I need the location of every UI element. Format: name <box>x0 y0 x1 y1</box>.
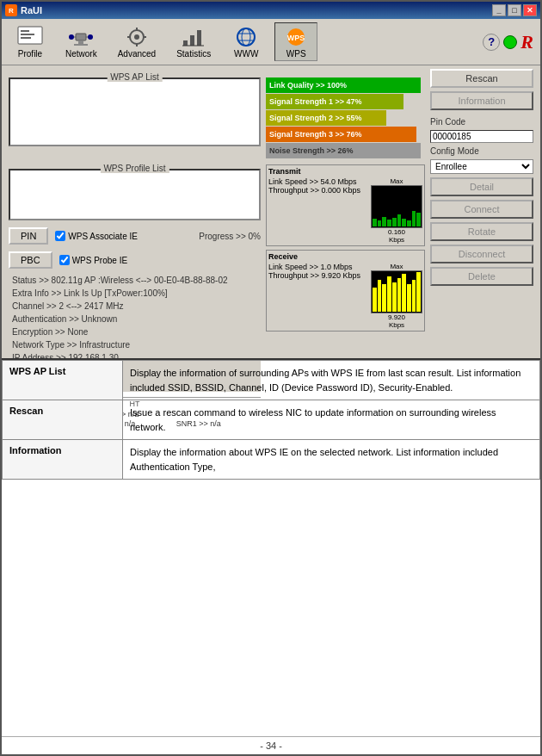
receive-chart <box>371 270 422 313</box>
svg-rect-3 <box>21 37 31 39</box>
val-cell-wps-ap-list: Display the information of surrounding A… <box>123 361 540 400</box>
statistics-icon <box>180 25 207 49</box>
information-button[interactable]: Information <box>430 91 533 110</box>
transmit-info: Link Speed >> 54.0 Mbps Throughput >> 0.… <box>268 177 367 195</box>
signal-noise: Noise Strength >> 26% <box>266 143 421 158</box>
signal-link-quality: Link Quality >> 100% <box>266 77 421 93</box>
svg-rect-4 <box>76 34 86 40</box>
receive-chart-area: Max <box>371 263 422 329</box>
status-line3: Channel >> 2 <--> 2417 MHz <box>12 300 257 313</box>
receive-max-label: Max <box>390 263 403 270</box>
right-panel: Rescan Information Pin Code Config Mode … <box>430 69 533 355</box>
svg-rect-6 <box>74 44 88 46</box>
receive-max-unit: Kbps <box>389 321 404 329</box>
disconnect-button[interactable]: Disconnect <box>430 245 533 263</box>
pbc-button[interactable]: PBC <box>9 251 52 269</box>
rescan-button[interactable]: Rescan <box>430 69 533 88</box>
network-icon <box>67 25 95 49</box>
svg-point-8 <box>88 34 93 40</box>
table-row: WPS AP List Display the information of s… <box>3 361 540 400</box>
wps-ap-list-box[interactable]: WPS AP List <box>9 77 261 146</box>
info-table: WPS AP List Display the information of s… <box>2 360 540 480</box>
info-table-container: WPS AP List Display the information of s… <box>2 358 540 737</box>
toolbar-wps[interactable]: WPS WPS <box>274 22 317 61</box>
transmit-chart <box>371 185 422 228</box>
title-bar: R RaUI _ □ ✕ <box>2 2 540 19</box>
key-cell-information: Information <box>3 440 123 480</box>
toolbar-advanced[interactable]: Advanced <box>111 23 163 60</box>
signal-panel: Link Quality >> 100% Signal Strength 1 >… <box>266 69 425 355</box>
transmit-label: Transmit <box>268 167 422 176</box>
svg-point-22 <box>242 28 250 46</box>
status-line2: Extra Info >> Link Is Up [TxPower:100%] <box>12 287 257 300</box>
wps-icon: WPS <box>282 25 310 49</box>
detail-button[interactable]: Detail <box>430 177 533 196</box>
transmit-content: Link Speed >> 54.0 Mbps Throughput >> 0.… <box>268 177 422 244</box>
receive-link-speed: Link Speed >> 1.0 Mbps <box>268 263 367 271</box>
connect-button[interactable]: Connect <box>430 200 533 219</box>
profile-icon <box>16 25 44 49</box>
transmit-throughput: Throughput >> 0.000 Kbps <box>268 186 367 195</box>
status-line5: Encryption >> None <box>12 325 257 338</box>
toolbar-right: ? R <box>483 31 533 53</box>
val-cell-rescan: Issue a rescan command to wireless NIC t… <box>123 400 540 440</box>
receive-content: Link Speed >> 1.0 Mbps Throughput >> 9.9… <box>268 263 422 329</box>
window-title: RaUI <box>21 5 42 15</box>
transmit-chart-area: Max <box>371 177 422 244</box>
table-row: Information Display the information abou… <box>3 440 540 480</box>
help-button[interactable]: ? <box>483 34 500 51</box>
rotate-button[interactable]: Rotate <box>430 222 533 241</box>
val-cell-information: Display the information about WPS IE on … <box>123 440 540 480</box>
minimize-button[interactable]: _ <box>492 4 506 16</box>
signal-strength-3: Signal Strength 3 >> 76% <box>266 127 416 142</box>
wps-profile-list-box[interactable]: WPS Profile List <box>9 169 261 220</box>
toolbar: Profile Network <box>2 19 540 65</box>
key-cell-wps-ap-list: WPS AP List <box>3 361 123 400</box>
svg-rect-18 <box>190 35 194 46</box>
key-cell-rescan: Rescan <box>3 400 123 440</box>
receive-throughput: Throughput >> 9.920 Kbps <box>268 271 367 280</box>
svg-point-21 <box>237 28 255 46</box>
delete-button[interactable]: Delete <box>430 267 533 286</box>
receive-section: Receive Link Speed >> 1.0 Mbps Throughpu… <box>266 250 425 332</box>
toolbar-www[interactable]: WWW <box>225 23 268 60</box>
toolbar-profile[interactable]: Profile <box>9 23 52 60</box>
advanced-icon <box>123 25 151 49</box>
window-controls: _ □ ✕ <box>492 4 537 16</box>
svg-rect-17 <box>183 40 188 46</box>
svg-text:WPS: WPS <box>287 34 305 42</box>
status-line6: Network Type >> Infrastructure <box>12 338 257 351</box>
status-light <box>503 35 517 49</box>
pin-pbc-row: PIN WPS Associate IE Progress >> 0% <box>9 227 261 245</box>
transmit-section: Transmit Link Speed >> 54.0 Mbps Through… <box>266 164 425 246</box>
r-logo: R <box>520 31 533 53</box>
page-number: - 34 - <box>2 737 540 754</box>
close-button[interactable]: ✕ <box>523 4 537 16</box>
pin-code-input[interactable] <box>430 130 533 143</box>
toolbar-network[interactable]: Network <box>59 23 104 60</box>
toolbar-statistics[interactable]: Statistics <box>169 23 218 60</box>
svg-rect-19 <box>197 30 201 46</box>
wps-profile-list-label: WPS Profile List <box>100 164 169 173</box>
transmit-max-value: 0.160 <box>388 228 405 236</box>
wps-main-content: WPS AP List WPS Profile List PIN WPS Ass… <box>2 65 540 358</box>
wps-probe-ie-checkbox[interactable]: WPS Probe IE <box>59 255 127 265</box>
statistics-label: Statistics <box>176 49 211 59</box>
wps-associate-ie-checkbox[interactable]: WPS Associate IE <box>55 231 138 241</box>
www-label: WWW <box>234 49 258 59</box>
network-label: Network <box>65 49 97 59</box>
app-icon: R <box>5 4 17 16</box>
signal-strength-1: Signal Strength 1 >> 47% <box>266 94 403 109</box>
status-line4: Authentication >> Unknown <box>12 313 257 325</box>
svg-rect-2 <box>21 34 34 35</box>
config-mode-select[interactable]: Enrollee Registrar <box>430 159 533 174</box>
transmit-max-unit: Kbps <box>389 236 404 244</box>
table-row: Rescan Issue a rescan command to wireles… <box>3 400 540 440</box>
signal-strength-2: Signal Strength 2 >> 55% <box>266 110 386 126</box>
pbc-row: PBC WPS Probe IE <box>9 251 261 269</box>
svg-rect-5 <box>78 40 83 44</box>
transmit-max-label: Max <box>390 177 403 185</box>
svg-point-12 <box>134 34 139 40</box>
maximize-button[interactable]: □ <box>508 4 521 16</box>
pin-button[interactable]: PIN <box>9 227 48 245</box>
